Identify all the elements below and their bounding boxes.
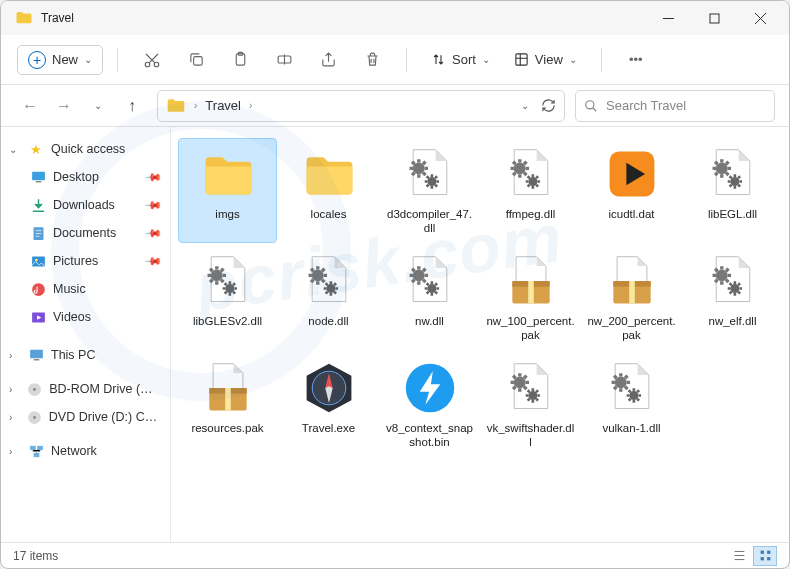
minimize-button[interactable]	[645, 1, 691, 35]
svg-point-52	[513, 376, 525, 388]
svg-point-55	[629, 390, 638, 399]
sidebar-item-label: Desktop	[53, 170, 140, 184]
svg-point-8	[586, 100, 594, 108]
file-item[interactable]: libEGL.dll	[684, 139, 781, 242]
icons-view-button[interactable]	[753, 546, 777, 566]
file-item[interactable]: Travel.exe	[280, 353, 377, 456]
address-segment[interactable]: Travel	[201, 96, 245, 115]
svg-point-32	[210, 269, 222, 281]
sidebar-item-pictures[interactable]: Pictures📌	[1, 247, 170, 275]
drive-item[interactable]: › BD-ROM Drive (E:) C	[1, 375, 170, 403]
desktop-icon	[29, 168, 47, 186]
search-box[interactable]: Search Travel	[575, 90, 775, 122]
file-icon-dll	[300, 252, 358, 310]
file-item[interactable]: nw_100_percent.pak	[482, 246, 579, 349]
file-label: nw.dll	[415, 314, 444, 328]
paste-button[interactable]	[220, 42, 260, 78]
svg-point-33	[225, 284, 234, 293]
file-item[interactable]: locales	[280, 139, 377, 242]
chevron-down-icon: ⌄	[84, 54, 92, 65]
file-icon-dll	[704, 145, 762, 203]
rename-button[interactable]	[264, 42, 304, 78]
view-icon	[514, 52, 529, 67]
refresh-button[interactable]	[541, 98, 556, 113]
videos-icon	[29, 308, 47, 326]
view-button[interactable]: View ⌄	[504, 42, 587, 78]
new-button[interactable]: + New ⌄	[17, 45, 103, 75]
maximize-button[interactable]	[691, 1, 737, 35]
sidebar-item-music[interactable]: Music	[1, 275, 170, 303]
cut-button[interactable]	[132, 42, 172, 78]
file-item[interactable]: imgs	[179, 139, 276, 242]
chevron-down-icon[interactable]: ⌄	[521, 100, 529, 111]
folder-icon	[166, 96, 186, 116]
forward-button[interactable]: →	[49, 91, 79, 121]
search-placeholder: Search Travel	[606, 98, 686, 113]
sidebar-item-desktop[interactable]: Desktop📌	[1, 163, 170, 191]
separator	[601, 48, 602, 72]
file-item[interactable]: vk_swiftshader.dll	[482, 353, 579, 456]
this-pc-label: This PC	[51, 348, 95, 362]
sidebar-item-label: Music	[53, 282, 160, 296]
up-button[interactable]: ↑	[117, 91, 147, 121]
sidebar-item-documents[interactable]: Documents📌	[1, 219, 170, 247]
pin-icon: 📌	[143, 195, 162, 214]
file-item[interactable]: nw_elf.dll	[684, 246, 781, 349]
copy-button[interactable]	[176, 42, 216, 78]
svg-point-21	[33, 416, 36, 419]
documents-icon	[29, 224, 47, 242]
file-icon-dat	[603, 145, 661, 203]
address-bar[interactable]: › Travel › ⌄	[157, 90, 565, 122]
file-item[interactable]: vulkan-1.dll	[583, 353, 680, 456]
separator	[117, 48, 118, 72]
file-label: nw_200_percent.pak	[587, 314, 677, 343]
drive-item[interactable]: › DVD Drive (D:) CCCC	[1, 403, 170, 431]
disc-icon	[26, 408, 43, 426]
file-item[interactable]: nw_200_percent.pak	[583, 246, 680, 349]
chevron-right-icon: ›	[194, 100, 197, 111]
quick-access[interactable]: ⌄ ★ Quick access	[1, 135, 170, 163]
file-icon-dll	[401, 252, 459, 310]
svg-point-44	[715, 269, 727, 281]
svg-rect-3	[193, 57, 202, 65]
folder-icon	[15, 9, 33, 27]
svg-point-35	[326, 284, 335, 293]
file-icon-exe-compass	[300, 359, 358, 417]
disc-icon	[26, 380, 43, 398]
svg-rect-24	[33, 452, 39, 456]
window-title: Travel	[41, 11, 645, 25]
sort-button[interactable]: Sort ⌄	[421, 42, 500, 78]
close-button[interactable]	[737, 1, 783, 35]
svg-point-31	[730, 177, 739, 186]
search-icon	[584, 99, 598, 113]
more-button[interactable]: •••	[616, 42, 656, 78]
file-icon-dll	[603, 359, 661, 417]
this-pc[interactable]: › This PC	[1, 341, 170, 369]
file-label: icudtl.dat	[608, 207, 654, 221]
svg-point-36	[412, 269, 424, 281]
file-item[interactable]: node.dll	[280, 246, 377, 349]
svg-rect-16	[30, 349, 43, 358]
sidebar-item-videos[interactable]: Videos	[1, 303, 170, 331]
file-item[interactable]: nw.dll	[381, 246, 478, 349]
file-icon-pak	[199, 359, 257, 417]
file-item[interactable]: icudtl.dat	[583, 139, 680, 242]
file-pane[interactable]: imgs locales d3dcompiler_47.dll ffmpeg.d…	[171, 127, 789, 542]
file-item[interactable]: resources.pak	[179, 353, 276, 456]
details-view-button[interactable]	[727, 546, 751, 566]
network[interactable]: › Network	[1, 437, 170, 465]
sidebar-item-downloads[interactable]: Downloads📌	[1, 191, 170, 219]
share-button[interactable]	[308, 42, 348, 78]
file-item[interactable]: ffmpeg.dll	[482, 139, 579, 242]
file-label: v8_context_snapshot.bin	[385, 421, 475, 450]
file-item[interactable]: v8_context_snapshot.bin	[381, 353, 478, 456]
file-icon-bin	[401, 359, 459, 417]
file-item[interactable]: d3dcompiler_47.dll	[381, 139, 478, 242]
pin-icon: 📌	[143, 167, 162, 186]
file-item[interactable]: libGLESv2.dll	[179, 246, 276, 349]
file-label: imgs	[215, 207, 239, 221]
recent-button[interactable]: ⌄	[83, 91, 113, 121]
back-button[interactable]: ←	[15, 91, 45, 121]
delete-button[interactable]	[352, 42, 392, 78]
item-count: 17 items	[13, 549, 58, 563]
